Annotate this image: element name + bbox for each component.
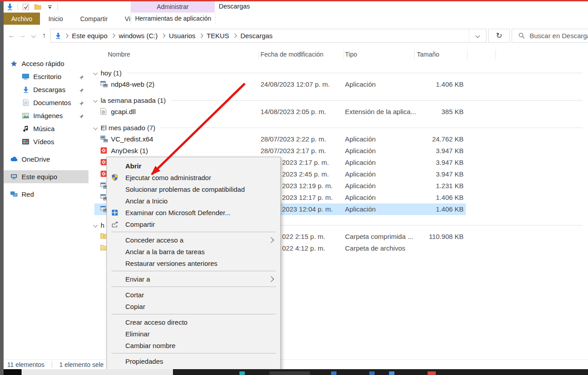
context-menu-item[interactable]: Copiar	[107, 300, 280, 312]
file-row[interactable]: VC_redist.x6428/07/2023 2:22 p. m.Aplica…	[88, 133, 588, 145]
group-collapse-icon[interactable]	[93, 71, 98, 75]
sidebar-item-documentos[interactable]: Documentos	[4, 96, 88, 109]
taskbar-icon[interactable]	[239, 371, 245, 375]
taskbar-icon[interactable]	[369, 371, 375, 375]
group-header[interactable]: El mes pasado (7)	[88, 122, 588, 133]
context-menu-item[interactable]: Ejecutar como administrador	[107, 172, 280, 183]
file-size: 110.908 KB	[414, 231, 464, 243]
column-header-tipo[interactable]: Tipo	[345, 51, 357, 58]
defender-icon	[111, 209, 123, 216]
checkbox-icon[interactable]	[21, 2, 30, 11]
group-collapse-icon[interactable]	[93, 223, 98, 227]
downloads-icon[interactable]	[5, 2, 14, 11]
breadcrumb-item[interactable]: Este equipo	[69, 32, 110, 40]
taskbar-icon[interactable]	[389, 371, 394, 375]
context-menu-item[interactable]: Anclar a la barra de tareas	[107, 246, 280, 257]
file-size: 3.947 KB	[414, 157, 464, 168]
context-menu-item[interactable]: Abrir	[107, 160, 280, 172]
sidebar-item-onedrive[interactable]: OneDrive	[4, 153, 88, 166]
column-divider	[414, 49, 415, 59]
context-menu-item[interactable]: Restaurar versiones anteriores	[107, 257, 280, 269]
back-button[interactable]: ←	[6, 29, 17, 42]
file-type: Aplicación	[345, 180, 376, 192]
taskbar-icon[interactable]	[331, 371, 336, 375]
customize-dropdown-icon[interactable]	[45, 2, 54, 11]
pin-icon	[79, 74, 84, 81]
sidebar-item-v-deos[interactable]: Vídeos	[4, 135, 88, 148]
installer-pc-file-icon	[100, 135, 108, 144]
context-menu-item[interactable]: Examinar con Microsoft Defender...	[107, 207, 280, 218]
taskbar-icon[interactable]	[428, 371, 436, 375]
breadcrumb-chevron-icon[interactable]	[233, 34, 237, 38]
context-menu-item-label: Conceder acceso a	[125, 236, 183, 244]
group-header[interactable]: hoy (1)	[88, 67, 588, 79]
ribbon-tab-archivo[interactable]: Archivo	[4, 13, 40, 25]
sidebar-item-label: Vídeos	[33, 138, 54, 146]
context-menu-item-label: Examinar con Microsoft Defender...	[125, 209, 230, 216]
refresh-button[interactable]: ↻	[488, 29, 510, 43]
sidebar-item-acceso-r-pido[interactable]: Acceso rápido	[4, 57, 88, 70]
network-icon	[10, 191, 18, 197]
group-header[interactable]: la semana pasada (1)	[88, 94, 588, 106]
videos-icon	[22, 139, 30, 145]
context-menu-item-label: Eliminar	[125, 330, 150, 338]
sidebar-item-red[interactable]: Red	[4, 188, 88, 201]
file-row[interactable]: gcapi.dll14/08/2023 2:05 p. m.Extensión …	[88, 106, 588, 118]
column-header-nombre[interactable]: Nombre	[108, 51, 130, 58]
file-row[interactable]: ndp48-web (2)24/08/2023 12:07 p. m.Aplic…	[88, 79, 588, 90]
breadcrumb-chevron-icon[interactable]	[199, 34, 203, 38]
installer-file-icon	[100, 80, 108, 89]
context-menu-item[interactable]: Crear acceso directo	[107, 316, 280, 328]
context-menu-item[interactable]: Conceder acceso a	[107, 234, 280, 246]
breadcrumb-chevron-icon[interactable]	[161, 34, 165, 38]
column-header-tamano[interactable]: Tamaño	[417, 51, 439, 58]
quick-access-toolbar	[5, 1, 58, 12]
context-menu-item-label: Enviar a	[125, 275, 150, 283]
sidebar-item-m-sica[interactable]: Música	[4, 122, 88, 135]
up-button[interactable]: ↑	[39, 29, 49, 42]
recent-locations-button[interactable]	[28, 29, 39, 42]
menu-separator	[111, 232, 276, 232]
file-name: ndp48-web (2)	[111, 79, 155, 90]
qat-separator	[57, 3, 58, 10]
ribbon-tab-inicio[interactable]: Inicio	[40, 13, 72, 25]
ribbon-tab-compartir[interactable]: Compartir	[71, 13, 116, 25]
address-dropdown-button[interactable]	[469, 29, 486, 42]
breadcrumb-item[interactable]: TEKUS	[204, 32, 232, 40]
contextual-tab-administrar[interactable]: Administrar	[131, 1, 215, 13]
taskbar-icon[interactable]	[270, 371, 310, 375]
group-collapse-icon[interactable]	[93, 125, 98, 130]
address-bar[interactable]: Este equipowindows (C:)UsuariosTEKUSDesc…	[50, 29, 486, 43]
pin-icon	[79, 100, 84, 107]
breadcrumb-item[interactable]: Usuarios	[166, 32, 198, 40]
pin-icon	[79, 87, 84, 94]
group-collapse-icon[interactable]	[93, 98, 98, 102]
context-menu-item[interactable]: Anclar a Inicio	[107, 195, 280, 207]
sidebar-item-label: OneDrive	[22, 155, 50, 163]
quick-access-star-icon	[10, 60, 18, 67]
context-menu: AbrirEjecutar como administradorSolucion…	[106, 157, 281, 370]
sidebar-item-im-genes[interactable]: Imágenes	[4, 109, 88, 122]
column-divider	[259, 49, 259, 59]
context-menu-item[interactable]: Cortar	[107, 289, 280, 300]
context-menu-item[interactable]: Propiedades	[107, 355, 280, 367]
context-menu-item[interactable]: Eliminar	[107, 328, 280, 340]
context-menu-item[interactable]: Compartir	[107, 218, 280, 230]
sidebar-item-descargas[interactable]: Descargas	[4, 83, 88, 96]
sidebar-item-escritorio[interactable]: Escritorio	[4, 70, 88, 83]
forward-button[interactable]: →	[17, 29, 28, 42]
tool-tab-group[interactable]: Herramientas de aplicación	[131, 13, 216, 24]
search-input[interactable]: Buscar en Descargas	[512, 29, 588, 43]
submenu-chevron-icon	[268, 276, 274, 282]
breadcrumb-chevron-icon[interactable]	[64, 34, 69, 38]
breadcrumb-chevron-icon[interactable]	[111, 34, 115, 38]
file-row[interactable]: AnyDesk (1)28/07/2023 2:17 p. m.Aplicaci…	[88, 145, 588, 157]
context-menu-item[interactable]: Enviar a	[107, 273, 280, 285]
breadcrumb-item[interactable]: windows (C:)	[116, 32, 160, 40]
context-menu-item[interactable]: Solucionar problemas de compatibilidad	[107, 183, 280, 195]
column-header-fecha[interactable]: Fecha de modificación	[261, 51, 323, 58]
sidebar-item-este-equipo[interactable]: Este equipo	[4, 170, 88, 183]
context-menu-item[interactable]: Cambiar nombre	[107, 340, 280, 351]
breadcrumb-item[interactable]: Descargas	[238, 32, 275, 40]
folder-icon[interactable]	[33, 2, 42, 11]
